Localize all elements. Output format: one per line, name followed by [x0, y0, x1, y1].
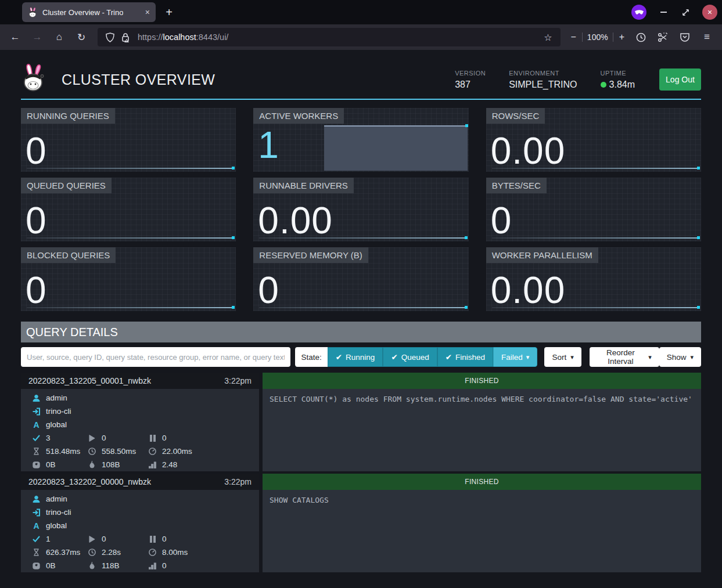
completed-splits-icon — [32, 435, 41, 441]
uptime-block: UPTIME 3.84m — [601, 70, 635, 90]
query-status-badge: FINISHED — [263, 474, 701, 490]
pocket-icon[interactable] — [676, 28, 694, 46]
source-login-icon — [32, 508, 41, 517]
tab-close-icon[interactable]: × — [142, 8, 150, 17]
trino-cluster-overview-page: CLUSTER OVERVIEW VERSION 387 ENVIRONMENT… — [0, 50, 722, 588]
filter-running-button[interactable]: ✔ Running — [328, 347, 383, 367]
restore-button[interactable] — [680, 7, 691, 17]
uptime-status-dot — [601, 82, 606, 88]
back-icon[interactable]: ← — [6, 28, 24, 46]
current-memory-scale-icon — [32, 461, 41, 468]
filter-queued-button[interactable]: ✔ Queued — [383, 347, 437, 367]
close-button[interactable]: × — [702, 5, 717, 20]
stat-card-worker-parallelism: WORKER PARALLELISM 0.00 — [486, 247, 701, 311]
query-sql-text: SELECT COUNT(*) as nodes FROM system.run… — [263, 389, 701, 471]
query-row: 20220823_132205_00001_nwbzk 3:22pm FINIS… — [21, 373, 701, 471]
bookmark-star-icon[interactable]: ☆ — [540, 32, 555, 43]
stat-card-queued-queries: QUEUED QUERIES 0 — [21, 178, 236, 241]
current-memory-scale-icon — [32, 562, 41, 569]
menu-hamburger-icon[interactable]: ≡ — [698, 28, 716, 46]
uptime-label: UPTIME — [601, 70, 635, 77]
completed-splits-icon — [32, 536, 41, 542]
environment-block: ENVIRONMENT SIMPLE_TRINO — [509, 70, 577, 90]
cluster-hud: RUNNING QUERIES 0 ACTIVE WORKERS 1 ROWS/… — [21, 108, 701, 311]
stat-card-running-queries: RUNNING QUERIES 0 — [21, 108, 236, 172]
filter-finished-button[interactable]: ✔ Finished — [437, 347, 493, 367]
chevron-down-icon: ▾ — [690, 353, 694, 361]
sparkline — [27, 237, 234, 239]
query-status-badge: FINISHED — [263, 373, 701, 389]
query-sql-text: SHOW CATALOGS — [263, 490, 701, 572]
version-block: VERSION 387 — [455, 70, 486, 90]
sparkline-area — [324, 125, 467, 171]
sparkline — [492, 168, 699, 169]
filter-failed-dropdown[interactable]: Failed ▾ — [493, 347, 537, 367]
cpu-time-gauge-icon — [148, 549, 157, 556]
browser-navbar: ← → ⌂ ↻ https://localhost:8443/ui/ ☆ − 1… — [0, 24, 722, 50]
check-icon: ✔ — [391, 352, 397, 362]
queued-splits-icon — [148, 536, 157, 543]
cumulative-memory-fire-icon — [88, 461, 96, 468]
cumulative-memory-fire-icon — [88, 562, 96, 569]
forward-icon[interactable]: → — [28, 28, 46, 46]
query-filter-toolbar: State: ✔ Running ✔ Queued ✔ Finished Fai… — [21, 347, 701, 367]
page-title: CLUSTER OVERVIEW — [62, 71, 215, 88]
sort-dropdown[interactable]: Sort ▾ — [544, 347, 581, 367]
source-login-icon — [32, 407, 41, 416]
parallelism-chart-icon — [148, 562, 157, 569]
check-icon: ✔ — [336, 352, 342, 362]
query-id-link[interactable]: 20220823_132205_00001_nwbzk — [28, 376, 151, 385]
chevron-down-icon: ▾ — [648, 353, 652, 361]
query-search-input[interactable] — [21, 347, 290, 367]
lock-warning-icon[interactable] — [121, 33, 130, 42]
sparkline — [27, 307, 234, 308]
environment-value: SIMPLE_TRINO — [509, 80, 577, 90]
zoom-level[interactable]: 100% — [587, 33, 608, 42]
url-bar[interactable]: https://localhost:8443/ui/ ☆ — [98, 28, 561, 46]
minimize-button[interactable] — [658, 7, 669, 17]
query-time: 3:22pm — [224, 477, 252, 486]
query-source: trino-cli — [46, 508, 71, 517]
shield-icon[interactable] — [106, 33, 114, 42]
query-id-link[interactable]: 20220823_132202_00000_nwbzk — [28, 477, 151, 486]
sparkline — [492, 237, 699, 239]
query-user: admin — [46, 394, 67, 402]
stat-card-reserved-memory: RESERVED MEMORY (B) 0 — [253, 247, 468, 311]
resource-group-icon: A — [32, 521, 41, 531]
resource-group-icon: A — [32, 420, 41, 430]
parallelism-chart-icon — [148, 461, 157, 468]
home-icon[interactable]: ⌂ — [50, 28, 69, 46]
user-icon — [32, 394, 41, 402]
query-time: 3:22pm — [224, 376, 252, 385]
query-resource-group: global — [46, 521, 67, 530]
environment-label: ENVIRONMENT — [509, 70, 577, 77]
stat-card-active-workers: ACTIVE WORKERS 1 — [253, 108, 468, 172]
url-text: https://localhost:8443/ui/ — [138, 33, 540, 42]
query-row: 20220823_132202_00000_nwbzk 3:22pm FINIS… — [21, 474, 701, 572]
page-header: CLUSTER OVERVIEW VERSION 387 ENVIRONMENT… — [21, 50, 701, 100]
browser-tab[interactable]: Cluster Overview - Trino × — [22, 2, 156, 22]
reorder-interval-dropdown[interactable]: Reorder Interval ▾ — [590, 347, 659, 367]
query-user: admin — [46, 495, 67, 503]
history-clock-icon[interactable] — [631, 28, 650, 46]
reload-icon[interactable]: ↻ — [72, 28, 91, 46]
stat-card-blocked-queries: BLOCKED QUERIES 0 — [21, 247, 236, 311]
cpu-time-gauge-icon — [148, 448, 157, 455]
uptime-value: 3.84m — [609, 80, 635, 90]
check-icon: ✔ — [446, 352, 452, 362]
zoom-in-icon[interactable]: + — [618, 32, 626, 42]
zoom-out-icon[interactable]: − — [570, 32, 577, 42]
new-tab-button[interactable]: + — [160, 3, 178, 21]
screenshot-scissors-icon[interactable] — [653, 28, 672, 46]
logout-button[interactable]: Log Out — [659, 68, 701, 91]
elapsed-time-hourglass-icon — [32, 549, 41, 556]
stat-card-runnable-drivers: RUNNABLE DRIVERS 0.00 — [253, 178, 468, 241]
running-splits-icon — [88, 536, 96, 543]
sparkline — [27, 168, 234, 169]
show-dropdown[interactable]: Show ▾ — [659, 347, 701, 367]
browser-titlebar: Cluster Overview - Trino × + × — [0, 0, 722, 24]
running-splits-icon — [88, 435, 96, 442]
state-filter-label: State: — [295, 347, 327, 367]
user-icon — [32, 495, 41, 503]
queued-splits-icon — [148, 435, 157, 442]
